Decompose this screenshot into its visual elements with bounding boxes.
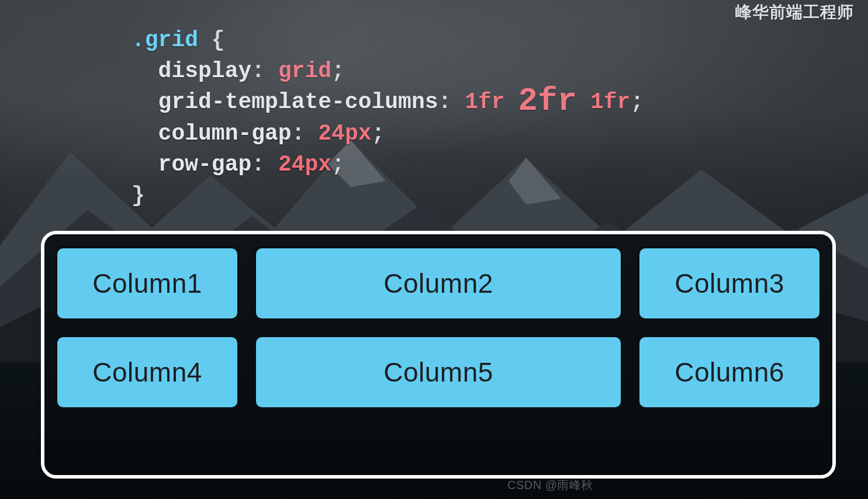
grid-cell: Column3: [637, 246, 822, 321]
grid-cell: Column1: [55, 246, 240, 321]
grid-container: Column1 Column2 Column3 Column4 Column5 …: [55, 246, 822, 410]
grid-cell: Column2: [254, 246, 623, 321]
csdn-watermark-bottom: CSDN @雨峰秋: [507, 477, 593, 493]
grid-container-frame: Column1 Column2 Column3 Column4 Column5 …: [41, 231, 836, 479]
code-selector: .grid: [132, 27, 198, 53]
grid-cell: Column4: [55, 335, 240, 410]
slide-stage: 峰华前端工程师 .grid { display: grid; grid-temp…: [0, 0, 868, 499]
grid-cell: Column5: [254, 335, 623, 410]
grid-cell: Column6: [637, 335, 822, 410]
code-block: .grid { display: grid; grid-template-col…: [132, 25, 644, 211]
author-watermark-top: 峰华前端工程师: [735, 1, 854, 23]
